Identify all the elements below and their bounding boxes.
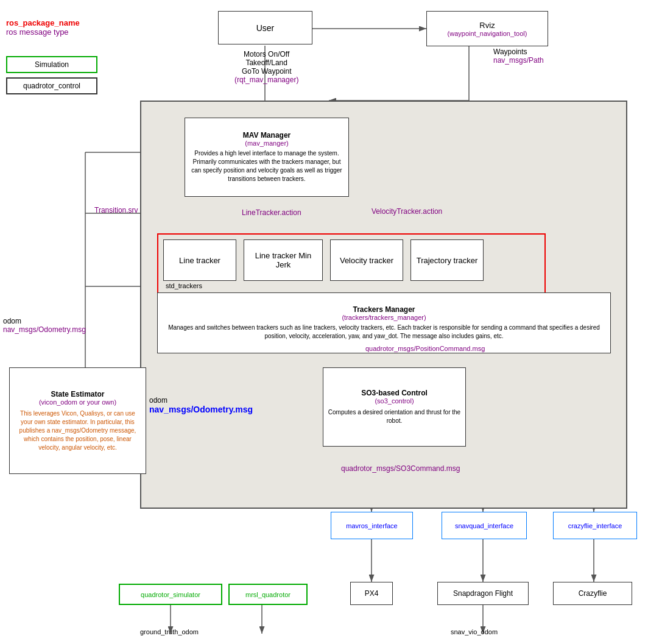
quadrotor-control-label: quadrotor_control <box>23 82 80 90</box>
takeoff-land-label: Takeoff/Land <box>234 58 298 67</box>
snapdragon-box: Snapdragon Flight <box>437 582 529 605</box>
trackers-manager-subtitle: (trackers/trackers_manager) <box>342 314 426 321</box>
rviz-subtitle: (waypoint_navigation_tool) <box>448 30 527 37</box>
trackers-manager-title: Trackers Manager <box>353 305 415 314</box>
px4-label: PX4 <box>365 589 379 598</box>
nav-msgs-odometry-right-label: nav_msgs/Odometry.msg <box>149 405 253 414</box>
so3-control-subtitle: (so3_control) <box>375 397 414 405</box>
line-tracker-box: Line tracker <box>163 239 236 281</box>
simulation-label: Simulation <box>35 60 69 69</box>
transition-srv-label: Transition.srv <box>94 206 138 214</box>
rqt-mav-manager-label: (rqt_mav_manager) <box>234 76 298 84</box>
trackers-manager-desc: Manages and switches between trackers su… <box>161 324 607 341</box>
waypoints-label: Waypoints <box>493 48 544 56</box>
trajectory-tracker-box: Trajectory tracker <box>410 239 484 281</box>
quadrotor-simulator-box: quadrotor_simulator <box>119 584 222 605</box>
goto-waypoint-label: GoTo Waypoint <box>234 67 298 76</box>
motors-onoff-area: Motors On/Off Takeoff/Land GoTo Waypoint… <box>234 50 298 84</box>
state-estimator-subtitle: (vicon_odom or your own) <box>39 398 116 406</box>
so3-command-label-area: quadrotor_msgs/SO3Command.msg <box>341 464 460 473</box>
so3-command-label: quadrotor_msgs/SO3Command.msg <box>341 464 460 473</box>
state-estimator-desc: This leverages Vicon, Qualisys, or can u… <box>13 409 142 452</box>
velocity-tracker-box: Velocity tracker <box>330 239 403 281</box>
so3-control-title: SO3-based Control <box>361 389 428 397</box>
crazyflie-box: crazyflie_interface <box>553 512 637 539</box>
mav-manager-box: MAV Manager (mav_manger) Provides a high… <box>185 118 349 197</box>
transition-srv-label-area: Transition.srv <box>94 206 138 214</box>
position-command-label-area: quadrotor_msgs/PositionCommand.msg <box>365 344 485 353</box>
simulation-box: Simulation <box>6 56 97 73</box>
trackers-red-box: Line tracker Line tracker Min Jerk Veloc… <box>157 233 546 294</box>
nav-msgs-path-label: nav_msgs/Path <box>493 56 544 65</box>
trajectory-tracker-label: Trajectory tracker <box>417 256 478 265</box>
rviz-box: Rviz (waypoint_navigation_tool) <box>426 11 548 46</box>
waypoints-area: Waypoints nav_msgs/Path <box>493 48 544 65</box>
quadrotor-simulator-label: quadrotor_simulator <box>141 591 200 598</box>
ground-truth-odom-label: ground_truth_odom <box>140 628 199 635</box>
mavros-box: mavros_interface <box>331 512 413 539</box>
mav-manager-subtitle: (mav_manger) <box>245 140 289 147</box>
state-estimator-title: State Estimator <box>51 390 104 398</box>
snapdragon-label: Snapdragon Flight <box>453 589 513 598</box>
so3-control-desc: Computes a desired orientation and thrus… <box>327 408 462 425</box>
crazyflie-hw-label: Crazyflie <box>579 589 607 598</box>
snavquad-box: snavquad_interface <box>442 512 527 539</box>
snavquad-label: snavquad_interface <box>455 522 513 529</box>
std-trackers-label: std_trackers <box>166 281 202 290</box>
nav-msgs-odometry-left-label: nav_msgs/Odometry.msg <box>3 325 86 334</box>
line-tracker-min-jerk-label: Line tracker Min Jerk <box>248 251 319 269</box>
line-tracker-action-label: LineTracker.action <box>242 208 301 217</box>
ground-truth-odom-label-area: ground_truth_odom <box>140 628 199 636</box>
ros-package-name-label: ros_package_name <box>6 18 80 27</box>
velocity-tracker-action-label: VelocityTracker.action <box>372 207 442 216</box>
velocity-tracker-action-label-area: VelocityTracker.action <box>372 207 442 216</box>
mav-manager-title: MAV Manager <box>243 131 291 140</box>
odom-right-area: odom nav_msgs/Odometry.msg <box>149 396 253 414</box>
crazyflie-hw-box: Crazyflie <box>553 582 632 605</box>
position-command-label: quadrotor_msgs/PositionCommand.msg <box>365 345 485 352</box>
odom-left-area: odom nav_msgs/Odometry.msg <box>3 317 86 334</box>
line-tracker-label: Line tracker <box>179 256 220 265</box>
px4-box: PX4 <box>350 582 393 605</box>
line-tracker-action-label-area: LineTracker.action <box>242 208 301 217</box>
mrsl-quadrotor-label: mrsl_quadrotor <box>245 591 291 598</box>
odom-left-label: odom <box>3 317 86 325</box>
crazyflie-label: crazyflie_interface <box>568 522 622 529</box>
mav-manager-desc: Provides a high level interface to manag… <box>189 149 345 183</box>
quadrotor-control-box: quadrotor_control <box>6 77 97 94</box>
mavros-label: mavros_interface <box>346 522 397 529</box>
snav-vio-odom-label: snav_vio_odom <box>451 628 498 635</box>
mrsl-quadrotor-box: mrsl_quadrotor <box>228 584 308 605</box>
user-box: User <box>218 11 312 44</box>
rviz-title: Rviz <box>479 21 495 30</box>
so3-control-box: SO3-based Control (so3_control) Computes… <box>323 367 466 447</box>
line-tracker-min-jerk-box: Line tracker Min Jerk <box>244 239 323 281</box>
state-estimator-box: State Estimator (vicon_odom or your own)… <box>9 367 146 474</box>
user-label: User <box>256 23 275 33</box>
snav-vio-odom-label-area: snav_vio_odom <box>451 628 498 636</box>
motors-onoff-label: Motors On/Off <box>234 50 298 58</box>
velocity-tracker-label: Velocity tracker <box>340 256 393 265</box>
ros-message-type-label: ros message type <box>6 27 80 37</box>
odom-right-label: odom <box>149 396 253 405</box>
